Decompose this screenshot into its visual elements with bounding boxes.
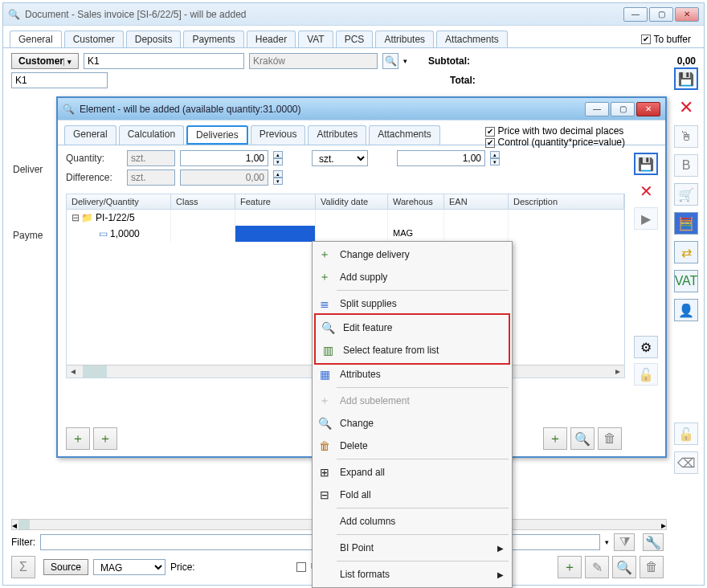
add-icon[interactable]: ＋ [558, 556, 582, 578]
delete-icon[interactable]: ✕ [674, 96, 698, 119]
main-titlebar[interactable]: 🔍 Document - Sales invoice [SI-6/22/5] -… [3, 3, 704, 26]
menu-add-supply[interactable]: ＋Add supply [313, 266, 512, 288]
trash-row-icon[interactable]: 🗑 [640, 556, 664, 578]
etab-attributes[interactable]: Attributes [308, 125, 366, 145]
tab-pcs[interactable]: PCS [336, 31, 374, 47]
bold-icon[interactable]: B [674, 154, 698, 177]
element-titlebar[interactable]: 🔍 Element - will be added (available qua… [58, 98, 665, 120]
tab-payments[interactable]: Payments [183, 31, 243, 47]
close-button[interactable]: ✕ [675, 7, 699, 22]
minimize-button[interactable]: — [623, 7, 648, 22]
grid-group-row[interactable]: ⊟📁 PI-1/22/5 [67, 210, 624, 226]
add1-icon[interactable]: ＋ [66, 427, 90, 450]
cart-icon[interactable]: 🛒 [674, 183, 698, 206]
sum-icon[interactable]: Σ [11, 556, 35, 578]
to-buffer-checkbox[interactable]: ✔ [641, 35, 651, 44]
save-icon[interactable]: 💾 [674, 67, 698, 90]
element-delete-icon[interactable]: ✕ [634, 180, 658, 202]
menu-change[interactable]: 🔍Change [313, 412, 512, 435]
menu-split-supplies[interactable]: ≣Split supplies [313, 292, 512, 315]
quantity-input[interactable] [180, 150, 268, 166]
element-minimize-button[interactable]: — [585, 102, 609, 116]
element-options: ✔ Price with two decimal places ✔ Contro… [485, 125, 625, 148]
etab-calculation[interactable]: Calculation [119, 125, 184, 145]
menu-fold-all[interactable]: ⊟Fold all [313, 484, 512, 506]
link-icon[interactable]: ⇄ [674, 241, 698, 263]
control-label: Control (quantity*price=value) [498, 137, 625, 148]
col-delivery[interactable]: Delivery/Quantity [67, 194, 171, 209]
source-select[interactable]: MAG [93, 559, 166, 575]
person-icon[interactable]: 👤 [674, 299, 698, 321]
customer-code-input[interactable] [84, 53, 244, 69]
price-label: Price: [170, 561, 195, 573]
col-description[interactable]: Description [509, 194, 624, 209]
menu-edit-feature[interactable]: 🔍Edit feature [316, 316, 509, 339]
trash2-icon[interactable]: 🗑 [598, 427, 622, 450]
col-warehouse[interactable]: Warehous [388, 194, 444, 209]
menu-list-formats[interactable]: List formats▶ [313, 563, 512, 586]
quantity2-spinner[interactable]: ▴▾ [490, 151, 500, 165]
difference-spinner[interactable]: ▴▾ [273, 170, 283, 185]
lock2-icon[interactable]: 🔓 [634, 363, 658, 386]
update-checkbox[interactable] [296, 562, 306, 572]
edit-row-icon[interactable]: ✎ [585, 556, 609, 578]
col-class[interactable]: Class [171, 194, 235, 209]
menu-expand-all[interactable]: ⊞Expand all [313, 461, 512, 484]
col-validity[interactable]: Validity date [316, 194, 388, 209]
unlock-icon[interactable]: 🔓 [674, 423, 698, 445]
source-button[interactable]: Source [43, 559, 88, 575]
fold-icon: ⊟ [316, 488, 333, 501]
quantity-spinner[interactable]: ▴▾ [273, 151, 283, 165]
element-title: Element - will be added (available quant… [80, 104, 585, 115]
element-close-button[interactable]: ✕ [636, 102, 660, 116]
document-icon: 🔍 [8, 9, 20, 20]
tab-header[interactable]: Header [247, 31, 296, 47]
menu-change-delivery[interactable]: ＋Change delivery [313, 243, 512, 266]
difference-input [180, 169, 268, 186]
boot-icon[interactable]: ▶ [634, 207, 658, 230]
main-tabs: General Customer Deposits Payments Heade… [3, 26, 704, 48]
vat-icon[interactable]: VAT [674, 270, 698, 292]
tab-attachments[interactable]: Attachments [436, 31, 508, 47]
gear-icon[interactable]: ⚙ [634, 336, 658, 358]
tab-customer[interactable]: Customer [64, 31, 124, 47]
maximize-button[interactable]: ▢ [649, 7, 673, 22]
element-save-icon[interactable]: 💾 [634, 153, 658, 175]
menu-attributes[interactable]: ▦Attributes [313, 363, 512, 386]
add2-icon[interactable]: ＋ [93, 427, 117, 450]
etab-general[interactable]: General [64, 125, 116, 145]
element-maximize-button[interactable]: ▢ [611, 102, 635, 116]
etab-previous[interactable]: Previous [251, 125, 306, 145]
grid-data-row[interactable]: ▭ 1,0000 MAG [67, 226, 624, 242]
menu-bi-point[interactable]: BI Point▶ [313, 537, 512, 559]
city-input [249, 53, 378, 69]
to-buffer-label: To buffer [654, 34, 691, 45]
col-feature[interactable]: Feature [235, 194, 316, 209]
customer-lookup-icon[interactable]: 🔍 [382, 53, 398, 69]
menu-select-feature[interactable]: ▥Select feature from list [316, 339, 509, 361]
search-row-icon[interactable]: 🔍 [612, 556, 636, 578]
customer-button[interactable]: Customer▾ [11, 53, 79, 69]
clear-icon[interactable]: ⌫ [674, 451, 698, 474]
calculator-icon[interactable]: 🧮 [674, 212, 698, 235]
filter-funnel-icon[interactable]: ⧩ [614, 533, 635, 551]
tab-attributes[interactable]: Attributes [375, 31, 434, 47]
menu-add-columns[interactable]: Add columns [313, 510, 512, 533]
search2-icon[interactable]: 🔍 [570, 427, 595, 450]
etab-deliveries[interactable]: Deliveries [186, 125, 248, 145]
control-checkbox[interactable]: ✔ [485, 138, 495, 148]
quantity2-input[interactable] [397, 150, 485, 166]
tab-deposits[interactable]: Deposits [126, 31, 182, 47]
menu-delete[interactable]: 🗑Delete [313, 435, 512, 457]
unit2-select[interactable]: szt. [312, 150, 368, 166]
tab-vat[interactable]: VAT [298, 31, 333, 47]
customer-code2-input[interactable] [11, 72, 108, 88]
mouse-icon[interactable]: 🖱 [674, 125, 698, 148]
tab-general[interactable]: General [10, 31, 62, 47]
selected-cell[interactable] [235, 226, 316, 242]
col-ean[interactable]: EAN [444, 194, 509, 209]
etab-attachments[interactable]: Attachments [369, 125, 440, 145]
filter-settings-icon[interactable]: 🔧 [643, 533, 664, 551]
add3-icon[interactable]: ＋ [543, 427, 567, 450]
price-decimal-checkbox[interactable]: ✔ [485, 127, 495, 137]
